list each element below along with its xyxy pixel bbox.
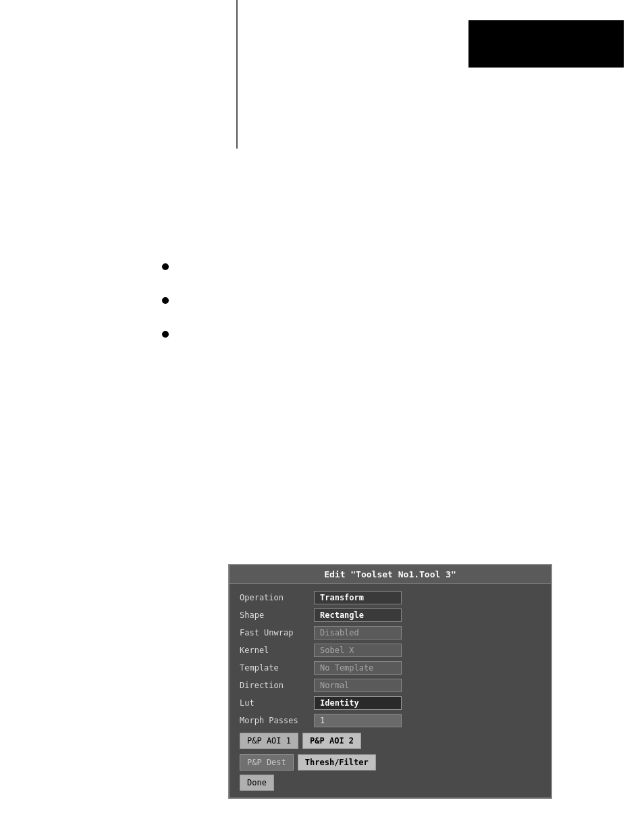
list-item xyxy=(162,331,176,338)
dialog-row-shape: Shape Rectangle xyxy=(240,608,541,622)
value-direction[interactable]: Normal xyxy=(314,679,402,692)
bullets-area xyxy=(162,263,176,365)
dialog-row-morph-passes: Morph Passes 1 xyxy=(240,714,541,727)
done-button-row: Done xyxy=(240,775,541,791)
value-template[interactable]: No Template xyxy=(314,661,402,675)
dialog-row-lut: Lut Identity xyxy=(240,696,541,710)
label-shape: Shape xyxy=(240,610,314,620)
bullet-icon xyxy=(162,331,169,338)
label-morph-passes: Morph Passes xyxy=(240,716,314,725)
value-fast-unwrap[interactable]: Disabled xyxy=(314,626,402,640)
label-fast-unwrap: Fast Unwrap xyxy=(240,628,314,637)
black-rectangle xyxy=(468,20,624,68)
done-button[interactable]: Done xyxy=(240,775,274,791)
label-template: Template xyxy=(240,663,314,673)
dialog-row-template: Template No Template xyxy=(240,661,541,675)
value-morph-passes[interactable]: 1 xyxy=(314,714,402,727)
dialog-row-direction: Direction Normal xyxy=(240,679,541,692)
pnp-aoi-1-button[interactable]: P&P AOI 1 xyxy=(240,733,298,749)
button-row-2: P&P Dest Thresh/Filter xyxy=(240,754,541,771)
label-lut: Lut xyxy=(240,698,314,708)
dialog-body: Operation Transform Shape Rectangle Fast… xyxy=(230,584,551,798)
bullet-icon xyxy=(162,297,169,304)
label-operation: Operation xyxy=(240,593,314,602)
dialog-row-fast-unwrap: Fast Unwrap Disabled xyxy=(240,626,541,640)
value-lut[interactable]: Identity xyxy=(314,696,402,710)
label-kernel: Kernel xyxy=(240,646,314,655)
value-shape[interactable]: Rectangle xyxy=(314,608,402,622)
vertical-line xyxy=(236,0,238,149)
label-direction: Direction xyxy=(240,681,314,690)
dialog-title-bar: Edit "Toolset No1.Tool 3" xyxy=(230,565,551,584)
pnp-dest-button[interactable]: P&P Dest xyxy=(240,754,294,771)
value-kernel[interactable]: Sobel X xyxy=(314,644,402,657)
dialog-title: Edit "Toolset No1.Tool 3" xyxy=(324,569,456,579)
list-item xyxy=(162,297,176,304)
button-row-1: P&P AOI 1 P&P AOI 2 xyxy=(240,733,541,749)
pnp-aoi-2-button[interactable]: P&P AOI 2 xyxy=(302,733,361,749)
list-item xyxy=(162,263,176,270)
edit-tool-dialog: Edit "Toolset No1.Tool 3" Operation Tran… xyxy=(228,564,552,799)
dialog-row-operation: Operation Transform xyxy=(240,591,541,604)
thresh-filter-button[interactable]: Thresh/Filter xyxy=(298,754,376,771)
dialog-row-kernel: Kernel Sobel X xyxy=(240,644,541,657)
value-operation[interactable]: Transform xyxy=(314,591,402,604)
bullet-icon xyxy=(162,263,169,270)
